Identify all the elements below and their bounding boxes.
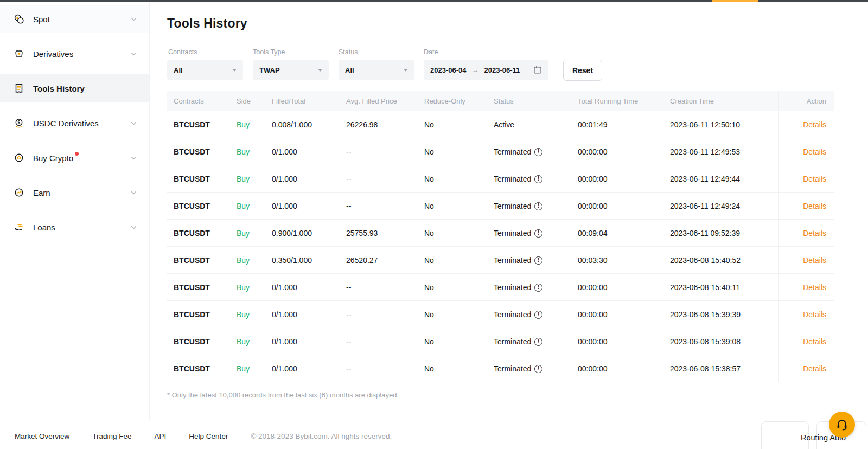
cell-status: Terminated ! <box>487 175 571 183</box>
table-row: BTCUSDT Buy 0/1.000 -- No Terminated ! 0… <box>167 138 834 165</box>
column-header-contracts: Contracts <box>167 97 230 105</box>
column-header-avg-filled-price: Avg. Filled Price <box>340 97 418 105</box>
caret-down-icon <box>404 69 408 72</box>
cell-reduce-only: No <box>418 283 487 292</box>
status-filter-label: Status <box>339 48 358 56</box>
cell-total-running-time: 00:09:04 <box>571 229 663 238</box>
sidebar-item-spot[interactable]: Spot <box>0 5 149 33</box>
info-icon[interactable]: ! <box>534 365 542 373</box>
sidebar-item-label: Derivatives <box>33 49 73 59</box>
cell-total-running-time: 00:03:30 <box>571 256 663 265</box>
details-link[interactable]: Details <box>778 111 834 138</box>
chevron-down-icon <box>130 224 137 231</box>
status-text: Terminated <box>494 229 531 238</box>
status-filter-value: All <box>345 66 354 74</box>
sidebar-item-loans[interactable]: Loans <box>0 213 149 241</box>
info-icon[interactable]: ! <box>534 284 542 292</box>
cell-status: Terminated ! <box>487 364 571 373</box>
column-header-creation-time: Creation Time <box>663 97 778 105</box>
cell-avg-filled-price: 26520.27 <box>340 256 418 265</box>
chevron-down-icon <box>130 155 137 162</box>
tools-type-filter-select[interactable]: TWAP <box>253 60 329 80</box>
cell-avg-filled-price: -- <box>340 283 418 292</box>
info-icon[interactable]: ! <box>534 256 542 265</box>
cell-reduce-only: No <box>418 229 487 238</box>
cell-filled-total: 0/1.000 <box>265 202 340 210</box>
contracts-filter-select[interactable]: All <box>167 60 243 80</box>
details-link[interactable]: Details <box>778 247 834 274</box>
reset-button[interactable]: Reset <box>563 60 602 81</box>
sidebar-items: Spot Derivatives Tools History USDC Deri… <box>0 5 149 241</box>
sidebar-item-tools-history[interactable]: Tools History <box>0 74 149 102</box>
cell-avg-filled-price: -- <box>340 147 418 156</box>
sidebar-item-usdc-derivatives[interactable]: USDC Derivatives <box>0 109 149 137</box>
cell-filled-total: 0.008/1.000 <box>265 120 340 129</box>
sidebar-item-label: Loans <box>33 223 55 232</box>
contracts-filter-label: Contracts <box>168 48 197 56</box>
details-link[interactable]: Details <box>778 165 834 193</box>
cell-total-running-time: 00:00:00 <box>571 364 663 373</box>
status-text: Terminated <box>494 337 531 346</box>
cell-creation-time: 2023-06-08 15:39:39 <box>663 310 778 319</box>
status-filter-select[interactable]: All <box>339 60 414 80</box>
table-row: BTCUSDT Buy 0/1.000 -- No Terminated ! 0… <box>167 274 834 301</box>
cell-avg-filled-price: -- <box>340 175 418 183</box>
chevron-down-icon <box>130 16 137 23</box>
column-header-action: Action <box>778 91 834 111</box>
notification-dot <box>75 152 79 156</box>
calendar-icon <box>533 66 542 74</box>
cell-creation-time: 2023-06-11 12:49:24 <box>663 202 778 210</box>
cell-contracts: BTCUSDT <box>167 175 230 183</box>
table-row: BTCUSDT Buy 0/1.000 -- No Terminated ! 0… <box>167 193 834 220</box>
cell-reduce-only: No <box>418 202 487 210</box>
table-row: BTCUSDT Buy 0.350/1.000 26520.27 No Term… <box>167 247 834 274</box>
cell-reduce-only: No <box>418 337 487 346</box>
cell-contracts: BTCUSDT <box>167 283 230 292</box>
status-text: Terminated <box>494 202 531 210</box>
progress-segment <box>712 0 758 2</box>
footer-link-market-overview[interactable]: Market Overview <box>15 432 69 440</box>
status-text: Active <box>494 120 514 129</box>
cell-reduce-only: No <box>418 364 487 373</box>
details-link[interactable]: Details <box>778 328 834 355</box>
details-link[interactable]: Details <box>778 138 834 165</box>
footer: Market OverviewTrading FeeAPIHelp Center… <box>0 424 868 449</box>
cell-avg-filled-price: 26226.98 <box>340 120 418 129</box>
chevron-down-icon <box>130 189 137 196</box>
cell-contracts: BTCUSDT <box>167 120 230 129</box>
info-icon[interactable]: ! <box>534 148 542 156</box>
footer-link-api[interactable]: API <box>155 432 167 440</box>
table-row: BTCUSDT Buy 0/1.000 -- No Terminated ! 0… <box>167 165 834 193</box>
date-filter-label: Date <box>424 48 438 56</box>
cell-side: Buy <box>230 120 265 129</box>
details-link[interactable]: Details <box>778 301 834 328</box>
footer-link-help-center[interactable]: Help Center <box>189 432 228 440</box>
details-link[interactable]: Details <box>778 193 834 220</box>
cell-side: Buy <box>230 310 265 319</box>
sidebar-item-label: Earn <box>33 188 50 197</box>
sidebar-item-earn[interactable]: Earn <box>0 178 149 207</box>
cell-total-running-time: 00:00:00 <box>571 283 663 292</box>
details-link[interactable]: Details <box>778 220 834 247</box>
tools-history-table: ContractsSideFilled/TotalAvg. Filled Pri… <box>167 91 834 382</box>
status-text: Terminated <box>494 310 531 319</box>
support-chat-button[interactable] <box>829 412 855 438</box>
sidebar-item-derivatives[interactable]: Derivatives <box>0 40 149 68</box>
status-text: Terminated <box>494 364 531 373</box>
date-range-picker[interactable]: 2023-06-04 → 2023-06-11 <box>424 60 548 80</box>
info-icon[interactable]: ! <box>534 175 542 183</box>
info-icon[interactable]: ! <box>534 229 542 238</box>
cell-status: Terminated ! <box>487 147 571 156</box>
cell-filled-total: 0.350/1.000 <box>265 256 340 265</box>
info-icon[interactable]: ! <box>534 338 542 346</box>
date-end-value: 2023-06-11 <box>484 66 520 74</box>
info-icon[interactable]: ! <box>534 202 542 210</box>
footer-link-trading-fee[interactable]: Trading Fee <box>92 432 131 440</box>
sidebar-item-buy-crypto[interactable]: Buy Crypto <box>0 144 149 172</box>
details-link[interactable]: Details <box>778 355 834 382</box>
chevron-down-icon <box>130 50 137 57</box>
info-icon[interactable]: ! <box>534 311 542 319</box>
details-link[interactable]: Details <box>778 274 834 301</box>
cell-total-running-time: 00:00:00 <box>571 147 663 156</box>
date-start-value: 2023-06-04 <box>430 66 467 74</box>
